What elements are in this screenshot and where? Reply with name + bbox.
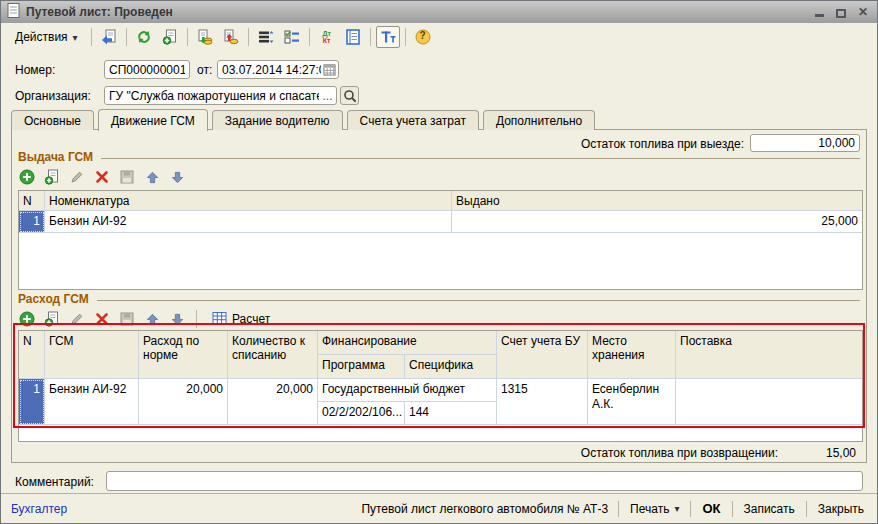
number-label: Номер:	[15, 63, 55, 77]
issue-col-n[interactable]: N	[19, 191, 45, 211]
copy-row-icon[interactable]	[43, 168, 61, 186]
fuel-return-value: 15,00	[778, 446, 856, 460]
expense-row-qty[interactable]: 20,000	[228, 379, 318, 425]
issue-table-empty-area[interactable]	[19, 233, 862, 289]
date-input[interactable]: 03.07.2014 14:27:05	[217, 60, 339, 79]
expense-col-rate[interactable]: Расход по норме	[139, 331, 228, 379]
expense-col-location[interactable]: Место хранения	[588, 331, 676, 379]
comment-label: Комментарий:	[15, 475, 94, 489]
ok-button[interactable]: ОК	[691, 494, 731, 523]
unpost-document-icon[interactable]	[219, 26, 243, 48]
select-ellipsis-button[interactable]: ...	[319, 87, 336, 104]
search-icon[interactable]	[340, 86, 359, 105]
list-settings-icon[interactable]	[280, 26, 304, 48]
edit-row-icon[interactable]	[68, 310, 86, 328]
toolbar-separator	[248, 28, 249, 46]
comment-input[interactable]	[106, 471, 863, 491]
toolbar-separator	[196, 310, 197, 328]
post-document-icon[interactable]	[193, 26, 217, 48]
issue-row-issued[interactable]: 25,000	[452, 211, 862, 233]
end-edit-icon[interactable]	[118, 168, 136, 186]
expense-row-gsm[interactable]: Бензин АИ-92	[45, 379, 139, 425]
expense-table[interactable]: N ГСМ Расход по норме Количество к списа…	[18, 330, 863, 442]
refresh-icon[interactable]	[132, 26, 156, 48]
calendar-icon[interactable]	[321, 61, 338, 78]
tab-bar: Основные Движение ГСМ Задание водителю С…	[11, 108, 595, 130]
save-button[interactable]: Записать	[733, 494, 806, 523]
expense-col-supply[interactable]: Поставка	[676, 331, 862, 379]
expense-row-specifics[interactable]: 144	[405, 402, 497, 425]
main-toolbar: Действия▾ ДтКт	[3, 24, 875, 50]
move-down-icon[interactable]	[168, 310, 186, 328]
expense-row-rate[interactable]: 20,000	[139, 379, 228, 425]
close-icon[interactable]: ✕	[855, 5, 871, 19]
help-icon[interactable]: ?	[411, 26, 435, 48]
issue-col-nomenclature[interactable]: Номенклатура	[45, 191, 452, 211]
issue-row-nomenclature[interactable]: Бензин АИ-92	[45, 211, 452, 233]
list-structure-icon[interactable]	[254, 26, 278, 48]
accountant-link[interactable]: Бухгалтер	[11, 502, 67, 516]
organization-input[interactable]: ГУ "Служба пожаротушения и спасательны .…	[104, 86, 337, 105]
debit-credit-icon[interactable]: ДтКт	[315, 26, 339, 48]
expense-row-program-line1[interactable]: Государственный бюджет	[318, 379, 497, 402]
actions-menu-button[interactable]: Действия▾	[7, 26, 86, 48]
expense-col-n[interactable]: N	[19, 331, 45, 379]
tab-zadanie-voditelyu[interactable]: Задание водителю	[212, 110, 343, 130]
toolbar-separator	[405, 28, 406, 46]
copy-row-icon[interactable]	[43, 310, 61, 328]
print-button[interactable]: Печать▾	[619, 494, 690, 523]
toolbar-separator	[309, 28, 310, 46]
tab-dopolnitelno[interactable]: Дополнительно	[483, 110, 595, 130]
calc-button[interactable]: Расчет	[207, 309, 275, 330]
expense-row-account[interactable]: 1315	[497, 379, 588, 425]
end-edit-icon[interactable]	[118, 310, 136, 328]
expense-col-gsm[interactable]: ГСМ	[45, 331, 139, 379]
footer-bar: Бухгалтер Путевой лист легкового автомоб…	[1, 494, 877, 523]
move-up-icon[interactable]	[143, 168, 161, 186]
type-filter-icon[interactable]	[376, 26, 400, 48]
number-input[interactable]	[104, 60, 190, 79]
issue-table[interactable]: N Номенклатура Выдано 1 Бензин АИ-92 25,…	[18, 190, 863, 290]
section-divider	[97, 300, 860, 301]
title-bar: Путевой лист: Проведен ✕	[1, 1, 877, 23]
expense-col-financing[interactable]: Финансирование	[318, 331, 497, 355]
expense-row-location[interactable]: Есенберлин А.К.	[588, 379, 676, 425]
expense-col-program[interactable]: Программа	[318, 355, 405, 379]
expense-section-title: Расход ГСМ	[18, 292, 89, 306]
date-label: от:	[197, 63, 212, 77]
section-divider	[101, 158, 860, 159]
document-icon	[7, 3, 20, 21]
reread-document-icon[interactable]	[97, 26, 121, 48]
move-up-icon[interactable]	[143, 310, 161, 328]
expense-row-program-line2[interactable]: 02/2/202/106...	[318, 402, 405, 425]
journal-icon[interactable]	[341, 26, 365, 48]
tab-panel: Остаток топлива при выезде: Выдача ГСМ N…	[11, 129, 867, 463]
delete-row-icon[interactable]	[93, 168, 111, 186]
minimize-icon[interactable]	[811, 5, 827, 19]
expense-col-account[interactable]: Счет учета БУ	[497, 331, 588, 379]
delete-row-icon[interactable]	[93, 310, 111, 328]
expense-col-qty[interactable]: Количество к списанию	[228, 331, 318, 379]
expense-row-supply[interactable]	[676, 379, 862, 425]
expense-col-specifics[interactable]: Специфика	[405, 355, 497, 379]
toolbar-separator	[187, 28, 188, 46]
expense-row-number[interactable]: 1	[19, 379, 45, 425]
add-row-icon[interactable]	[18, 310, 36, 328]
issue-row-number[interactable]: 1	[19, 211, 45, 233]
issue-col-issued[interactable]: Выдано	[452, 191, 862, 211]
add-row-icon[interactable]	[18, 168, 36, 186]
document-window: Путевой лист: Проведен ✕ Действия▾	[0, 0, 878, 524]
fuel-out-label: Остаток топлива при выезде:	[581, 137, 744, 151]
copy-document-icon[interactable]	[158, 26, 182, 48]
tab-scheta-ucheta-zatrat[interactable]: Счета учета затрат	[347, 110, 479, 130]
tab-dvizhenie-gsm[interactable]: Движение ГСМ	[98, 109, 208, 131]
close-button[interactable]: Закрыть	[807, 494, 867, 523]
expense-toolbar: Расчет	[18, 309, 275, 329]
issue-toolbar	[18, 167, 186, 187]
maximize-icon[interactable]	[833, 5, 849, 19]
fuel-return-row: Остаток топлива при возвращении: 15,00	[581, 446, 856, 460]
edit-row-icon[interactable]	[68, 168, 86, 186]
tab-osnovnye[interactable]: Основные	[11, 110, 94, 130]
move-down-icon[interactable]	[168, 168, 186, 186]
expense-table-empty-area[interactable]	[19, 425, 862, 441]
